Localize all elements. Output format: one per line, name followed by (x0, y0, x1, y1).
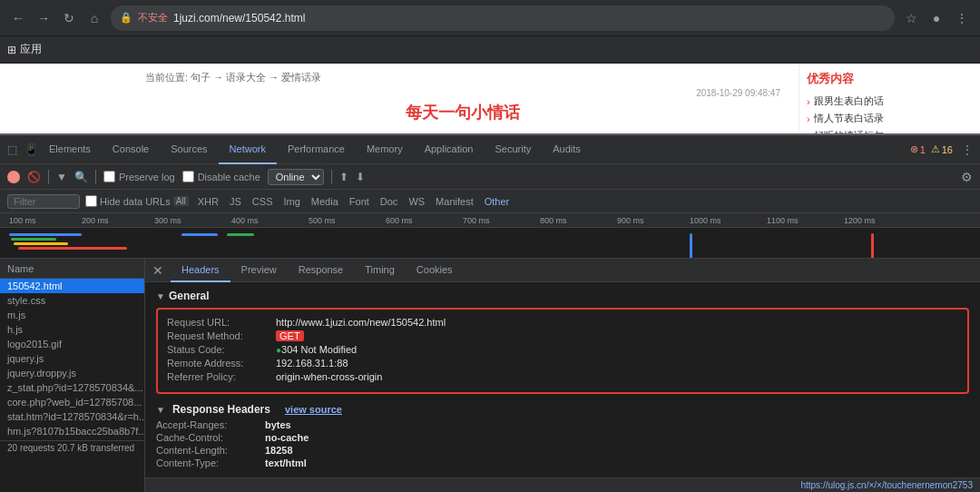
devtools-status: ⊗ 1 ⚠ 16 ⋮ (910, 143, 973, 156)
file-item-8[interactable]: core.php?web_id=12785708... (0, 395, 144, 409)
browser-actions: ☆ ● ⋮ (900, 7, 973, 29)
filter-css[interactable]: CSS (249, 195, 277, 208)
resp-value-1: no-cache (265, 432, 309, 443)
filter-font[interactable]: Font (346, 195, 373, 208)
file-item-9[interactable]: stat.htm?id=1278570834&r=h... (0, 409, 144, 424)
filter-xhr[interactable]: XHR (194, 195, 222, 208)
separator-1 (48, 170, 49, 184)
device-icon[interactable]: 📱 (24, 143, 38, 156)
timeline-bar-other (18, 247, 127, 250)
req-tab-preview[interactable]: Preview (230, 259, 288, 282)
filter-ws[interactable]: WS (405, 195, 428, 208)
timeline-area: 100 ms 200 ms 300 ms 400 ms 500 ms 600 m… (0, 213, 980, 259)
bookmarks-apps[interactable]: ⊞ 应用 (7, 42, 42, 57)
hide-data-text: Hide data URLs (100, 196, 171, 207)
filter-other[interactable]: Other (481, 195, 514, 208)
file-item-label-1: style.css (7, 295, 45, 306)
nav-buttons: ← → ↻ ⌂ (7, 7, 105, 29)
filter-doc[interactable]: Doc (377, 195, 402, 208)
preserve-log-label[interactable]: Preserve log (103, 171, 175, 182)
filter-media[interactable]: Media (308, 195, 342, 208)
resp-row-1: Cache-Control: no-cache (156, 432, 969, 443)
devtools: ⬚ 📱 Elements Console Sources Network Per… (0, 133, 980, 492)
inspect-icon[interactable]: ⬚ (7, 143, 17, 156)
clear-button[interactable]: 🚫 (27, 171, 41, 183)
request-method-row: Request Method: GET (167, 330, 958, 341)
sidebar-item-0[interactable]: 跟男生表白的话 (807, 93, 973, 110)
response-headers-title[interactable]: Response Headers view source (156, 403, 969, 416)
tab-application[interactable]: Application (414, 135, 485, 164)
req-tab-cookies[interactable]: Cookies (406, 259, 464, 282)
filter-img[interactable]: Img (279, 195, 303, 208)
file-item-1[interactable]: style.css (0, 293, 144, 308)
address-bar[interactable]: 🔒 不安全 1juzi.com/new/150542.html (111, 5, 895, 31)
close-button[interactable]: ✕ (145, 263, 171, 278)
file-item-2[interactable]: m.js (0, 308, 144, 322)
general-section-header[interactable]: General (156, 290, 969, 302)
bookmark-button[interactable]: ☆ (900, 7, 922, 29)
file-item-5[interactable]: jquery.js (0, 351, 144, 366)
url-text: 1juzi.com/new/150542.html (173, 12, 886, 25)
response-section: Response Headers view source Accept-Rang… (156, 403, 969, 468)
apps-grid-icon: ⊞ (7, 44, 16, 56)
hide-data-label[interactable]: Hide data URLs All (85, 195, 189, 207)
file-item-3[interactable]: h.js (0, 322, 144, 337)
import-icon[interactable]: ⬆ (339, 171, 348, 183)
req-tab-response[interactable]: Response (288, 259, 355, 282)
hide-data-checkbox[interactable] (85, 195, 97, 207)
file-item-6[interactable]: jquery.droppy.js (0, 366, 144, 380)
tab-console[interactable]: Console (102, 135, 160, 164)
record-button[interactable] (7, 171, 20, 183)
tab-memory[interactable]: Memory (356, 135, 414, 164)
refresh-button[interactable]: ↻ (58, 7, 80, 29)
file-item-0[interactable]: 150542.html (0, 279, 144, 293)
sidebar-item-1[interactable]: 情人节表白话录 (807, 110, 973, 127)
apps-label: 应用 (20, 42, 42, 57)
preserve-log-checkbox[interactable] (103, 171, 115, 182)
tab-performance[interactable]: Performance (277, 135, 356, 164)
filter-tabs: XHR JS CSS Img Media Font Doc WS Manifes… (194, 195, 513, 208)
throttle-select[interactable]: Online (268, 169, 324, 185)
request-url-row: Request URL: http://www.1juzi.com/new/15… (167, 317, 958, 328)
export-icon[interactable]: ⬇ (356, 171, 365, 183)
bookmarks-bar: ⊞ 应用 (0, 36, 980, 64)
view-source-link[interactable]: view source (285, 404, 342, 415)
sidebar-item-2[interactable]: 好听的情话短句 (807, 127, 973, 133)
resp-label-1: Cache-Control: (156, 432, 265, 443)
timestamp: 2018-10-29 09:48:47 (145, 88, 780, 98)
request-body: General Request URL: http://www.1juzi.co… (145, 282, 980, 477)
req-tab-headers[interactable]: Headers (171, 259, 230, 282)
tab-network[interactable]: Network (219, 135, 277, 164)
filter-input[interactable] (7, 194, 80, 209)
disable-cache-label[interactable]: Disable cache (182, 171, 260, 182)
filter-icon[interactable]: ▼ (56, 171, 67, 183)
tab-audits[interactable]: Audits (542, 135, 592, 164)
devtools-main: Name 150542.html style.css m.js h.js log… (0, 259, 980, 492)
back-button[interactable]: ← (7, 7, 29, 29)
status-code-value: 304 Not Modified (281, 344, 357, 355)
more-options-icon[interactable]: ⋮ (962, 143, 973, 156)
home-button[interactable]: ⌂ (83, 7, 105, 29)
disable-cache-checkbox[interactable] (182, 171, 194, 182)
network-toolbar: 🚫 ▼ 🔍 Preserve log Disable cache Online … (0, 164, 980, 190)
filter-manifest[interactable]: Manifest (432, 195, 477, 208)
file-item-4[interactable]: logo2015.gif (0, 337, 144, 351)
tab-sources[interactable]: Sources (160, 135, 218, 164)
tab-elements[interactable]: Elements (38, 135, 102, 164)
devtools-settings-button[interactable]: ⚙ (961, 170, 973, 184)
forward-button[interactable]: → (33, 7, 54, 29)
timeline-bar-js (14, 242, 68, 245)
page-content-1: 1、将你放进我心里最重要的位置，用心来刻你的名字。 (145, 131, 780, 133)
search-icon[interactable]: 🔍 (74, 171, 88, 183)
profile-button[interactable]: ● (926, 7, 947, 29)
remote-address-value: 192.168.31.1:88 (276, 358, 348, 369)
tab-security[interactable]: Security (484, 135, 542, 164)
menu-button[interactable]: ⋮ (951, 7, 973, 29)
status-code-row: Status Code: ● 304 Not Modified (167, 344, 958, 355)
webpage-left: 当前位置: 句子 → 语录大全 → 爱情话录 2018-10-29 09:48:… (0, 64, 799, 133)
file-item-7[interactable]: z_stat.php?id=1278570834&... (0, 380, 144, 395)
file-item-10[interactable]: hm.js?8107b15bacc25ba8b7f... (0, 424, 144, 438)
req-tab-timing[interactable]: Timing (354, 259, 406, 282)
filter-js[interactable]: JS (226, 195, 245, 208)
file-item-label-7: z_stat.php?id=1278570834&... (7, 382, 143, 393)
